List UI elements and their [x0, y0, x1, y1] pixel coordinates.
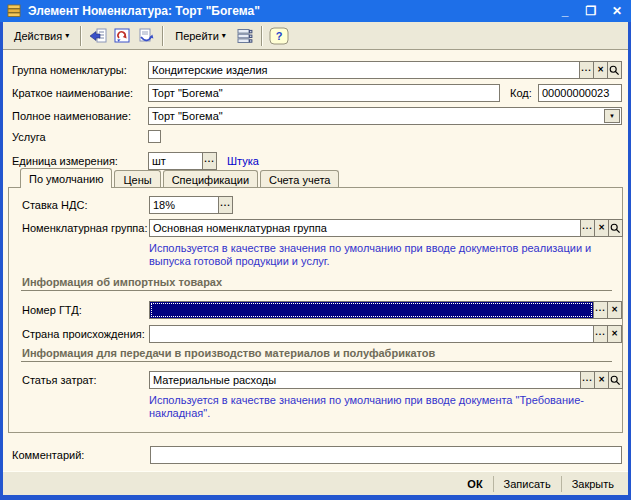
country-field[interactable] — [149, 325, 594, 343]
cost-item-label: Статья затрат: — [22, 374, 97, 386]
toolbar-separator — [261, 26, 263, 46]
group-field-buttons: ... ✕ — [580, 61, 622, 79]
refresh-icon — [114, 28, 131, 44]
group-field[interactable]: Кондитерские изделия — [148, 61, 580, 79]
service-label: Услуга — [12, 131, 46, 143]
production-section-header: Информация для передачи в производство м… — [22, 347, 435, 359]
go-to-list-button[interactable] — [87, 25, 109, 47]
unit-caption: Штука — [227, 155, 259, 167]
structure-button[interactable] — [234, 25, 256, 47]
nomgroup-field[interactable]: Основная номенклатурная группа — [149, 219, 581, 237]
full-name-combobox[interactable]: Торт "Богема" ▼ — [148, 107, 622, 125]
country-field-buttons: ... ✕ — [594, 325, 622, 343]
select-icon[interactable]: ... — [580, 219, 595, 237]
short-name-label: Краткое наименование: — [12, 87, 133, 99]
open-icon[interactable] — [607, 61, 622, 79]
window-title: Элемент Номенклатура: Торт "Богема" — [28, 4, 551, 18]
select-icon[interactable]: ... — [580, 371, 595, 389]
select-icon[interactable]: ... — [579, 61, 594, 79]
country-label: Страна происхождения: — [22, 328, 145, 340]
nomgroup-label: Номенклатурная группа: — [22, 222, 148, 234]
gtd-label: Номер ГТД: — [22, 304, 82, 316]
form-area: Группа номенклатуры: Кондитерские издели… — [3, 50, 628, 471]
import-section-header: Информация об импортных товарах — [22, 276, 222, 288]
toolbar: Действия ▾ — [3, 22, 628, 50]
select-icon[interactable]: ... — [593, 325, 608, 343]
actions-menu-button[interactable]: Действия ▾ — [8, 25, 75, 47]
svg-text:?: ? — [275, 30, 282, 42]
section-divider — [21, 361, 612, 362]
gtd-field[interactable] — [149, 301, 594, 319]
toolbar-separator — [80, 26, 82, 46]
open-icon[interactable] — [608, 219, 623, 237]
full-name-value: Торт "Богема" — [152, 110, 223, 122]
vat-label: Ставка НДС: — [22, 199, 87, 211]
tab-bar: По умолчанию Цены Спецификации Счета уче… — [20, 168, 341, 188]
comment-field[interactable] — [150, 446, 622, 464]
select-icon[interactable]: ... — [218, 196, 233, 214]
page-arrow-icon — [138, 28, 155, 44]
ok-button[interactable]: ОК — [457, 478, 492, 490]
group-label: Группа номенклатуры: — [12, 64, 127, 76]
vat-field[interactable]: 18% — [149, 196, 219, 214]
toolbar-separator — [162, 26, 164, 46]
comment-label: Комментарий: — [12, 449, 84, 461]
minimize-button[interactable]: _ — [557, 4, 573, 18]
dialog-window: Элемент Номенклатура: Торт "Богема" _ ❐ … — [0, 0, 631, 500]
unit-label: Единица измерения: — [12, 155, 118, 167]
dropdown-arrow-icon[interactable]: ▼ — [604, 109, 620, 123]
code-label: Код: — [510, 87, 532, 99]
code-field[interactable]: 00000000023 — [538, 84, 622, 102]
chevron-down-icon: ▾ — [222, 31, 226, 40]
clear-icon[interactable]: ✕ — [594, 219, 609, 237]
close-button-footer[interactable]: Закрыть — [562, 478, 624, 490]
service-checkbox[interactable] — [148, 130, 161, 143]
full-name-label: Полное наименование: — [12, 110, 131, 122]
save-button[interactable]: Записать — [494, 478, 561, 490]
vat-field-buttons: ... — [219, 196, 233, 214]
nomgroup-field-buttons: ... ✕ — [581, 219, 623, 237]
select-icon[interactable]: ... — [593, 301, 608, 319]
goto-menu-label: Перейти — [175, 30, 219, 42]
section-divider — [21, 290, 612, 291]
cost-item-field[interactable]: Материальные расходы — [149, 371, 581, 389]
structure-list-icon — [237, 28, 253, 44]
goto-menu-button[interactable]: Перейти ▾ — [169, 25, 232, 47]
help-button[interactable]: ? — [268, 25, 290, 47]
short-name-field[interactable]: Торт "Богема" — [148, 84, 500, 102]
copy-button[interactable] — [135, 25, 157, 47]
tab-default[interactable]: По умолчанию — [20, 168, 112, 188]
title-bar[interactable]: Элемент Номенклатура: Торт "Богема" _ ❐ … — [0, 0, 631, 22]
tab-accounts[interactable]: Счета учета — [260, 170, 339, 188]
tab-panel-default: Ставка НДС: 18% ... Номенклатурная групп… — [8, 187, 623, 433]
maximize-button[interactable]: ❐ — [583, 4, 599, 18]
help-icon: ? — [269, 27, 289, 45]
clear-icon[interactable]: ✕ — [607, 325, 622, 343]
gtd-selection — [151, 303, 592, 317]
tab-prices[interactable]: Цены — [114, 170, 160, 188]
cost-item-field-buttons: ... ✕ — [581, 371, 623, 389]
close-button[interactable]: ✕ — [609, 4, 625, 18]
clear-icon[interactable]: ✕ — [593, 61, 608, 79]
tab-specifications[interactable]: Спецификации — [163, 170, 258, 188]
nomenclature-item-icon — [6, 3, 22, 19]
cost-item-hint: Используется в качестве значения по умол… — [149, 394, 589, 420]
list-back-arrow-icon — [89, 28, 107, 44]
chevron-down-icon: ▾ — [65, 31, 69, 40]
clear-icon[interactable]: ✕ — [607, 301, 622, 319]
open-icon[interactable] — [608, 371, 623, 389]
nomgroup-hint: Используется в качестве значения по умол… — [149, 242, 617, 268]
clear-icon[interactable]: ✕ — [594, 371, 609, 389]
actions-menu-label: Действия — [14, 30, 62, 42]
reread-button[interactable] — [111, 25, 133, 47]
gtd-field-buttons: ... ✕ — [594, 301, 622, 319]
footer-button-bar: ОК Записать Закрыть — [3, 471, 628, 495]
